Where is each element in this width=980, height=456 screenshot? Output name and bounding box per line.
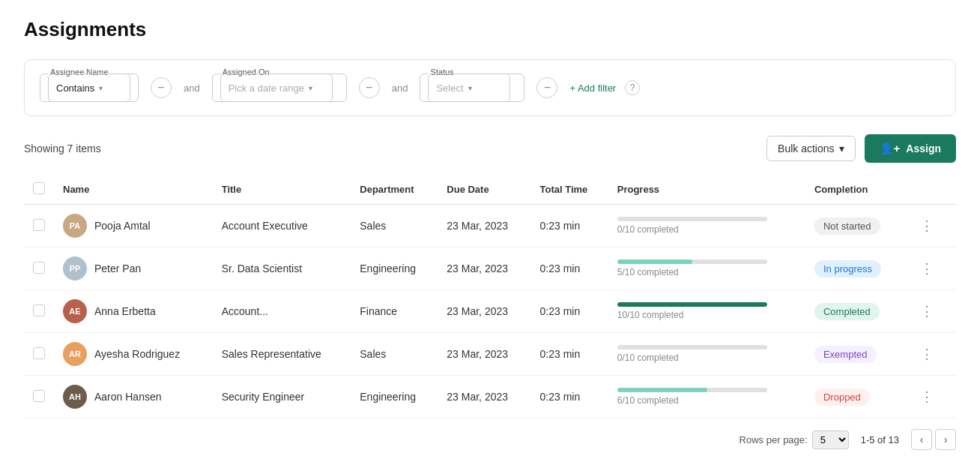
row-avatar: AE — [63, 299, 87, 323]
row-checkbox[interactable] — [33, 219, 45, 231]
row-progress-cell: 0/10 completed — [608, 333, 805, 376]
progress-label: 10/10 completed — [617, 310, 796, 320]
row-more-button[interactable]: ⋮ — [914, 344, 940, 364]
row-due-date: 23 Mar, 2023 — [438, 376, 530, 418]
table-header-row: Name Title Department Due Date Total Tim… — [24, 175, 956, 205]
page-info: 1-5 of 13 — [861, 434, 899, 446]
assign-label: Assign — [906, 142, 941, 154]
row-progress-cell: 6/10 completed — [608, 376, 805, 418]
row-name: Aaron Hansen — [94, 391, 162, 403]
table-row: AR Ayesha Rodriguez Sales Representative… — [24, 333, 956, 376]
row-checkbox[interactable] — [33, 390, 45, 402]
help-icon[interactable]: ? — [625, 80, 640, 95]
toolbar-right: Bulk actions ▾ 👤+ Assign — [766, 134, 956, 163]
row-completion-cell: In progress — [805, 248, 905, 290]
status-badge: Completed — [814, 303, 880, 320]
row-progress-cell: 10/10 completed — [608, 290, 805, 333]
rows-per-page: Rows per page: 5 10 25 50 — [739, 430, 849, 449]
toolbar: Showing 7 items Bulk actions ▾ 👤+ Assign — [24, 134, 956, 163]
header-completion: Completion — [805, 175, 905, 205]
header-actions — [905, 175, 956, 205]
row-more-cell: ⋮ — [905, 376, 956, 418]
next-page-button[interactable]: › — [935, 429, 956, 450]
help-icon-text: ? — [630, 82, 635, 93]
row-more-button[interactable]: ⋮ — [914, 215, 940, 236]
status-badge: In progress — [814, 260, 881, 278]
header-due-date: Due Date — [438, 175, 530, 205]
progress-bar-fill — [617, 302, 767, 307]
assignee-filter-remove[interactable]: − — [151, 77, 172, 98]
table-body: PA Pooja Amtal Account Executive Sales 2… — [24, 205, 956, 418]
row-title: Security Engineer — [213, 376, 351, 418]
status-badge: Exempted — [814, 346, 877, 363]
header-name: Name — [54, 175, 213, 205]
row-due-date: 23 Mar, 2023 — [438, 205, 530, 248]
showing-text: Showing 7 items — [24, 142, 101, 154]
row-more-button[interactable]: ⋮ — [914, 258, 940, 279]
row-total-time: 0:23 min — [531, 205, 608, 248]
row-avatar: PA — [63, 214, 87, 238]
status-filter-select[interactable]: Select ▾ — [428, 74, 510, 102]
progress-bar-fill — [617, 388, 707, 392]
row-title: Sr. Data Scientist — [213, 248, 351, 290]
assignee-filter-select[interactable]: Contains ▾ — [48, 74, 130, 102]
progress-bar-fill — [617, 260, 692, 264]
row-name: Ayesha Rodriguez — [94, 348, 180, 360]
row-title: Account Executive — [213, 205, 351, 248]
row-more-cell: ⋮ — [905, 333, 956, 376]
row-checkbox-cell — [24, 248, 54, 290]
row-checkbox-cell — [24, 376, 54, 418]
row-checkbox[interactable] — [33, 304, 45, 316]
progress-bar-bg — [617, 302, 767, 307]
and-text-2: and — [389, 82, 411, 94]
select-all-checkbox[interactable] — [33, 182, 45, 194]
row-department: Engineering — [351, 376, 438, 418]
row-department: Finance — [351, 290, 438, 333]
assign-button[interactable]: 👤+ Assign — [865, 134, 956, 163]
progress-bar-bg — [617, 260, 767, 264]
bulk-actions-label: Bulk actions — [778, 142, 834, 154]
row-avatar: AH — [63, 385, 87, 409]
and-text-1: and — [181, 82, 203, 94]
row-more-button[interactable]: ⋮ — [914, 386, 940, 407]
row-title: Sales Representative — [213, 333, 351, 376]
progress-label: 0/10 completed — [617, 352, 796, 363]
row-name: Pooja Amtal — [94, 220, 151, 232]
row-checkbox[interactable] — [33, 262, 45, 274]
status-filter-arrow: ▾ — [468, 84, 472, 92]
header-department: Department — [351, 175, 438, 205]
status-filter-remove[interactable]: − — [536, 77, 557, 98]
add-filter-button[interactable]: + Add filter — [569, 82, 616, 94]
assigned-on-filter-value: Pick a date range — [229, 82, 304, 94]
rows-per-page-select[interactable]: 5 10 25 50 — [812, 430, 849, 449]
progress-label: 5/10 completed — [617, 267, 796, 278]
row-checkbox[interactable] — [33, 347, 45, 359]
row-completion-cell: Not started — [805, 205, 905, 248]
prev-page-button[interactable]: ‹ — [911, 429, 932, 450]
bulk-actions-button[interactable]: Bulk actions ▾ — [766, 136, 855, 161]
row-completion-cell: Completed — [805, 290, 905, 333]
row-checkbox-cell — [24, 290, 54, 333]
assigned-on-filter-arrow: ▾ — [309, 84, 312, 92]
progress-label: 0/10 completed — [617, 224, 796, 235]
assign-icon: 👤+ — [880, 142, 901, 155]
assigned-on-filter-select[interactable]: Pick a date range ▾ — [220, 74, 333, 102]
assignments-table: Name Title Department Due Date Total Tim… — [24, 175, 956, 418]
row-completion-cell: Exempted — [805, 333, 905, 376]
bulk-actions-arrow: ▾ — [839, 142, 844, 154]
table-row: AE Anna Erbetta Account... Finance 23 Ma… — [24, 290, 956, 333]
filter-bar: Assignee Name Contains ▾ − and Assigned … — [24, 59, 956, 116]
row-name-cell: PA Pooja Amtal — [54, 205, 213, 248]
row-name: Anna Erbetta — [94, 305, 156, 317]
rows-per-page-label: Rows per page: — [739, 434, 808, 446]
row-more-cell: ⋮ — [905, 290, 956, 333]
assigned-on-filter-remove[interactable]: − — [359, 77, 380, 98]
header-total-time: Total Time — [531, 175, 608, 205]
row-total-time: 0:23 min — [531, 376, 608, 418]
row-due-date: 23 Mar, 2023 — [438, 333, 530, 376]
progress-bar-bg — [617, 345, 767, 350]
row-more-button[interactable]: ⋮ — [914, 301, 940, 322]
row-department: Sales — [351, 205, 438, 248]
row-completion-cell: Dropped — [805, 376, 905, 418]
assigned-on-filter-wrapper: Assigned On Pick a date range ▾ — [212, 74, 347, 102]
